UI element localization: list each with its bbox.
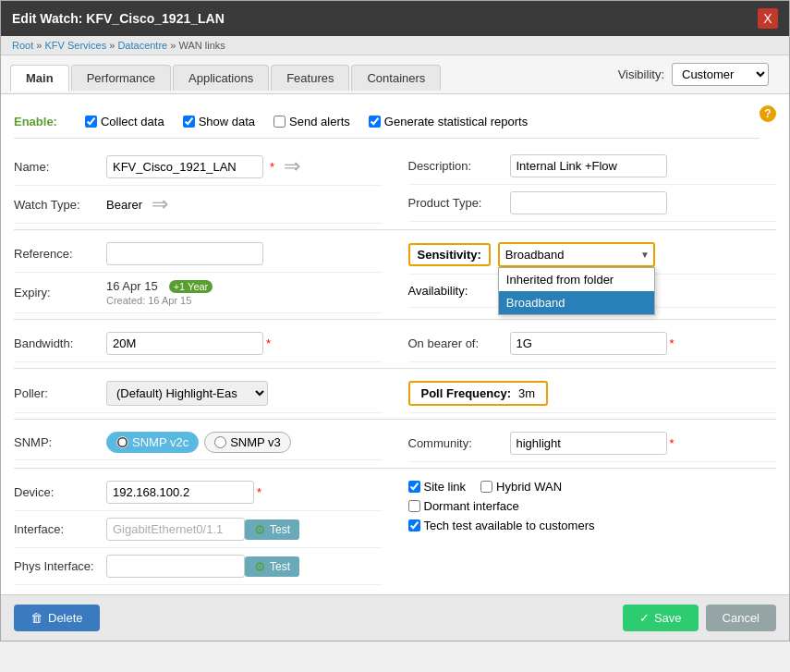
generate-reports-checkbox[interactable]: Generate statistical reports [369, 115, 528, 128]
tab-containers[interactable]: Containers [351, 65, 441, 91]
ref-sensitivity-row: Reference: Expiry: 16 Apr 15 +1 Year Cre… [14, 236, 776, 313]
physinterface-label: Phys Interface: [14, 559, 106, 573]
bandwidth-input[interactable] [106, 332, 263, 355]
hybridwan-checkbox[interactable]: Hybrid WAN [480, 480, 562, 494]
interface-row: Interface: ⚙ Test [14, 511, 383, 548]
poller-label: Poller: [14, 386, 106, 400]
poller-select[interactable]: (Default) Highlight-Eas [106, 381, 268, 406]
physinterface-input[interactable] [106, 555, 245, 578]
tech-test-checkbox[interactable]: Tech test available to customers [408, 519, 777, 532]
tab-features[interactable]: Features [271, 65, 349, 91]
breadcrumb-root[interactable]: Root [12, 40, 33, 51]
availability-label: Availability: [408, 281, 476, 300]
sitelink-hybridwan-row: Site link Hybrid WAN [408, 480, 777, 494]
snmp-v3-option[interactable]: SNMP v3 [204, 432, 291, 453]
gear-icon-phys: ⚙ [254, 559, 266, 574]
edit-watch-dialog: Edit Watch: KFV_Cisco_1921_LAN X Root » … [0, 0, 790, 641]
reference-label: Reference: [14, 247, 106, 261]
tabs-bar: Main Performance Applications Features C… [1, 55, 789, 94]
tabs: Main Performance Applications Features C… [10, 59, 441, 91]
name-required: * [270, 160, 274, 174]
sitelink-checkbox[interactable]: Site link [408, 480, 467, 494]
close-button[interactable]: X [758, 8, 778, 29]
tab-applications[interactable]: Applications [173, 65, 269, 91]
snmp-radio-group: SNMP v2c SNMP v3 [106, 432, 291, 453]
expiry-label: Expiry: [14, 286, 106, 299]
breadcrumb-kfv[interactable]: KFV Services [45, 40, 107, 51]
sensitivity-value: Broadband [500, 244, 637, 265]
name-row: Name: * ⇒ [14, 148, 383, 186]
snmp-label: SNMP: [14, 435, 106, 449]
save-button[interactable]: ✓ Save [623, 605, 699, 631]
sensitivity-row: Sensitivity: Broadband ▼ Inherited from … [408, 236, 777, 275]
watchtype-label: Watch Type: [14, 198, 106, 212]
help-icon[interactable]: ? [760, 105, 776, 122]
trash-icon: 🗑 [30, 611, 43, 625]
description-input[interactable] [510, 154, 667, 177]
expiry-date: 16 Apr 15 [106, 279, 158, 293]
description-row: Description: [408, 148, 777, 185]
interface-label: Interface: [14, 522, 106, 536]
tab-main[interactable]: Main [10, 65, 69, 92]
community-input[interactable] [510, 432, 667, 455]
breadcrumb-dc[interactable]: Datacentre [117, 40, 167, 51]
producttype-input[interactable] [510, 191, 667, 214]
breadcrumb: Root » KFV Services » Datacentre » WAN l… [1, 36, 789, 55]
sensitivity-label: Sensitivity: [408, 243, 491, 266]
name-label: Name: [14, 160, 106, 174]
device-row: Device: * [14, 474, 383, 511]
onbearer-required: * [670, 336, 675, 350]
physinterface-test-button[interactable]: ⚙ Test [245, 556, 299, 577]
show-data-checkbox[interactable]: Show data [183, 115, 255, 128]
delete-button[interactable]: 🗑 Delete [14, 605, 100, 631]
poll-frequency-box: Poll Frequency: 3m [408, 381, 549, 406]
poll-freq-value: 3m [518, 386, 535, 400]
dialog-titlebar: Edit Watch: KFV_Cisco_1921_LAN X [1, 1, 789, 36]
reference-row: Reference: [14, 236, 383, 273]
interface-input[interactable] [106, 518, 245, 541]
collect-data-checkbox[interactable]: Collect data [85, 115, 164, 128]
breadcrumb-wan: WAN links [178, 40, 225, 51]
tab-performance[interactable]: Performance [71, 65, 171, 91]
bandwidth-required: * [266, 336, 271, 350]
created-text: Created: 16 Apr 15 [106, 295, 213, 306]
expiry-row: Expiry: 16 Apr 15 +1 Year Created: 16 Ap… [14, 273, 383, 313]
snmp-v2c-option[interactable]: SNMP v2c [106, 432, 199, 453]
bandwidth-field-row: Bandwidth: * [14, 325, 383, 362]
enable-row: Enable: Collect data Show data Send aler… [14, 107, 760, 139]
sensitivity-option-broadband[interactable]: Broadband [499, 291, 654, 314]
community-label: Community: [408, 436, 510, 450]
right-checkboxes: Site link Hybrid WAN Dormant interface T… [408, 474, 777, 538]
device-label: Device: [14, 485, 106, 499]
onbearer-row: On bearer of: * [408, 325, 777, 362]
visibility-select[interactable]: Customer Internal All [672, 63, 769, 86]
onbearer-input[interactable] [510, 332, 667, 355]
physinterface-row: Phys Interface: ⚙ Test [14, 548, 383, 585]
send-alerts-checkbox[interactable]: Send alerts [273, 115, 350, 128]
dialog-footer: 🗑 Delete ✓ Save Cancel [1, 594, 789, 641]
watchtype-row: Watch Type: Bearer ⇒ [14, 186, 383, 224]
snmp-field-row: SNMP: SNMP v2c SNMP v3 [14, 425, 383, 460]
dormant-interface-checkbox[interactable]: Dormant interface [408, 499, 777, 513]
footer-right: ✓ Save Cancel [623, 605, 776, 631]
description-label: Description: [408, 159, 510, 173]
bandwidth-label: Bandwidth: [14, 336, 106, 350]
enable-label: Enable: [14, 115, 57, 128]
snmp-row: SNMP: SNMP v2c SNMP v3 Com [14, 425, 776, 462]
producttype-label: Product Type: [408, 196, 510, 210]
device-input[interactable] [106, 481, 254, 504]
community-row: Community: * [408, 425, 777, 462]
sensitivity-option-inherited[interactable]: Inherited from folder [499, 268, 654, 291]
sensitivity-select[interactable]: Broadband ▼ [498, 242, 655, 267]
watchtype-arrow-icon: ⇒ [152, 192, 168, 216]
onbearer-label: On bearer of: [408, 336, 510, 350]
name-arrow-icon: ⇒ [284, 154, 300, 178]
interface-test-button[interactable]: ⚙ Test [245, 519, 299, 540]
reference-input[interactable] [106, 242, 263, 265]
cancel-button[interactable]: Cancel [706, 605, 776, 631]
sensitivity-dropdown-container: Broadband ▼ Inherited from folder Broadb… [498, 242, 655, 267]
poller-row: Poller: (Default) Highlight-Eas Poll Fre… [14, 374, 776, 413]
name-input[interactable] [106, 155, 263, 178]
producttype-row: Product Type: [408, 185, 777, 222]
visibility-label: Visibility: [618, 67, 664, 81]
